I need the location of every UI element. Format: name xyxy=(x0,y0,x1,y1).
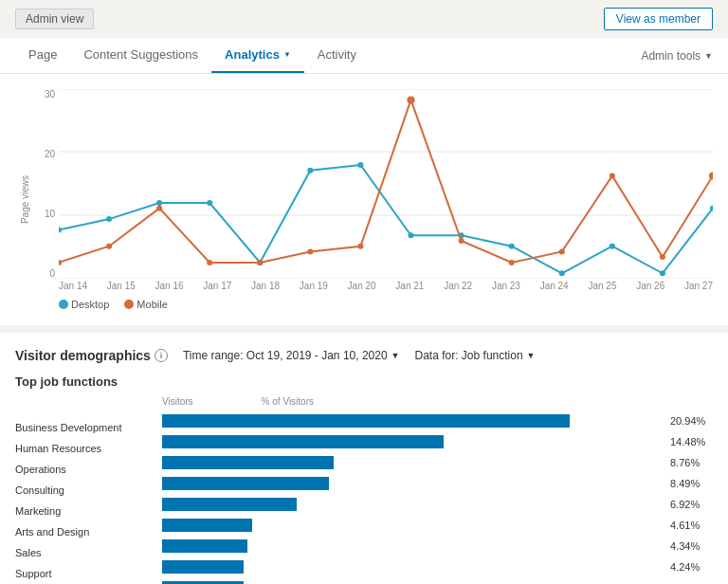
visitors-col-header: Visitors xyxy=(162,396,193,407)
bar-fill xyxy=(162,477,329,490)
svg-point-22 xyxy=(257,260,263,265)
svg-point-31 xyxy=(709,172,713,179)
admin-badge: Admin view xyxy=(15,9,94,29)
mobile-line xyxy=(59,100,713,263)
x-label-jan24: Jan 24 xyxy=(540,281,569,291)
svg-point-13 xyxy=(509,244,515,249)
svg-point-9 xyxy=(307,168,313,173)
svg-point-18 xyxy=(59,260,62,265)
bar-row-5: 4.61% xyxy=(162,515,713,536)
desktop-legend-dot xyxy=(59,300,68,309)
bar-fill xyxy=(162,519,252,532)
admin-tools-menu[interactable]: Admin tools ▼ xyxy=(641,40,713,72)
nav-tabs: Page Content Suggestions Analytics ▼ Act… xyxy=(0,38,728,74)
desktop-legend-label: Desktop xyxy=(71,299,109,310)
bar-track xyxy=(162,477,663,490)
list-item: Support xyxy=(15,563,162,584)
demographics-header: Visitor demographics i Time range: Oct 1… xyxy=(15,348,713,363)
bar-fill xyxy=(162,414,570,428)
bar-fill xyxy=(162,498,297,511)
bar-pct: 4.61% xyxy=(670,520,713,531)
view-as-member-button[interactable]: View as member xyxy=(604,8,713,30)
time-range-dropdown-icon: ▼ xyxy=(391,351,400,360)
x-label-jan15: Jan 15 xyxy=(107,281,136,291)
admin-tools-dropdown-icon: ▼ xyxy=(704,51,713,61)
svg-point-19 xyxy=(106,244,112,249)
list-item: Operations xyxy=(15,459,162,480)
pct-col-header: % of Visitors xyxy=(262,396,314,407)
svg-point-15 xyxy=(610,244,615,249)
nav-tabs-left: Page Content Suggestions Analytics ▼ Act… xyxy=(15,38,370,73)
bar-pct: 20.94% xyxy=(670,415,713,427)
svg-point-11 xyxy=(408,232,413,238)
bar-track xyxy=(162,519,663,532)
bar-pct: 14.48% xyxy=(670,436,713,447)
analytics-dropdown-icon: ▼ xyxy=(283,50,291,59)
bar-track xyxy=(162,414,663,428)
bar-track xyxy=(162,560,663,574)
svg-point-4 xyxy=(59,228,62,233)
bar-fill xyxy=(162,435,444,448)
tab-content-suggestions[interactable]: Content Suggestions xyxy=(70,38,211,73)
bar-row-8: 4.15% xyxy=(162,577,713,584)
job-labels-column: Business Development Human Resources Ope… xyxy=(15,396,162,584)
list-item: Arts and Design xyxy=(15,521,162,542)
time-range-button[interactable]: Time range: Oct 19, 2019 - Jan 10, 2020 … xyxy=(183,349,400,362)
bar-row-2: 8.76% xyxy=(162,452,713,473)
svg-point-10 xyxy=(357,162,363,168)
bar-pct: 4.34% xyxy=(670,540,713,552)
svg-point-24 xyxy=(357,244,363,249)
svg-point-26 xyxy=(459,238,464,244)
list-item: Business Development xyxy=(15,417,162,438)
x-label-jan23: Jan 23 xyxy=(492,281,520,291)
bar-track xyxy=(162,456,663,469)
svg-point-14 xyxy=(559,270,565,276)
y-label-30: 30 xyxy=(45,89,55,100)
info-icon[interactable]: i xyxy=(155,349,168,362)
bar-rows: 20.94% 14.48% 8.76% 8.49% 6.92% 4.61% 4.… xyxy=(162,411,713,584)
data-for-button[interactable]: Data for: Job function ▼ xyxy=(415,349,536,362)
svg-point-6 xyxy=(156,200,162,206)
list-item: Sales xyxy=(15,542,162,563)
tab-activity[interactable]: Activity xyxy=(304,38,370,73)
svg-point-30 xyxy=(660,254,665,260)
svg-point-7 xyxy=(207,200,212,206)
bar-fill xyxy=(162,539,247,553)
x-label-jan22: Jan 22 xyxy=(444,281,472,291)
y-axis-label: Page views xyxy=(21,175,31,224)
bar-row-0: 20.94% xyxy=(162,411,713,431)
x-label-jan26: Jan 26 xyxy=(636,281,664,291)
top-job-functions-title: Top job functions xyxy=(15,374,713,389)
x-label-jan16: Jan 16 xyxy=(155,281,184,291)
tab-analytics[interactable]: Analytics ▼ xyxy=(211,38,304,73)
x-label-jan19: Jan 19 xyxy=(300,281,328,291)
demographics-section: Visitor demographics i Time range: Oct 1… xyxy=(0,333,728,584)
bar-row-4: 6.92% xyxy=(162,494,713,515)
svg-point-21 xyxy=(207,260,212,265)
x-label-jan27: Jan 27 xyxy=(684,281,713,291)
bar-pct: 8.76% xyxy=(670,457,713,468)
list-item: Consulting xyxy=(15,480,162,501)
svg-point-16 xyxy=(660,270,665,276)
mobile-legend-dot xyxy=(124,300,134,309)
x-label-jan20: Jan 20 xyxy=(348,281,376,291)
svg-point-20 xyxy=(156,206,162,211)
x-label-jan14: Jan 14 xyxy=(59,281,87,291)
mobile-legend-label: Mobile xyxy=(136,299,167,310)
tab-page[interactable]: Page xyxy=(15,38,70,73)
legend-desktop: Desktop xyxy=(59,299,109,310)
bar-chart: Business Development Human Resources Ope… xyxy=(15,396,713,584)
bar-header: Visitors % of Visitors xyxy=(162,396,713,407)
x-label-jan17: Jan 17 xyxy=(203,281,231,291)
x-label-jan18: Jan 18 xyxy=(251,281,280,291)
svg-point-28 xyxy=(559,248,565,254)
top-bar: Admin view View as member xyxy=(0,0,728,38)
bar-fill xyxy=(162,456,334,469)
bar-track xyxy=(162,498,663,511)
x-label-jan21: Jan 21 xyxy=(395,281,424,291)
svg-point-23 xyxy=(307,248,313,254)
bar-pct: 6.92% xyxy=(670,499,713,510)
line-chart xyxy=(59,89,713,279)
x-axis: Jan 14 Jan 15 Jan 16 Jan 17 Jan 18 Jan 1… xyxy=(59,281,713,291)
list-item: Human Resources xyxy=(15,438,162,459)
